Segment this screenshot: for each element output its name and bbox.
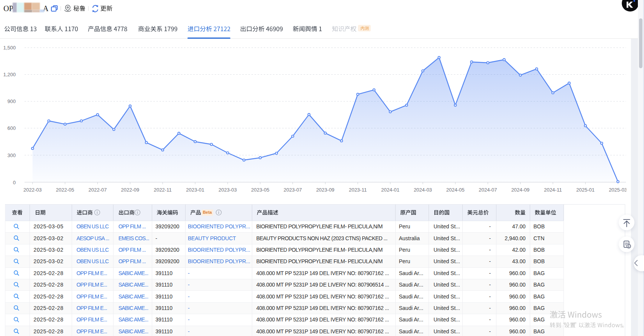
svg-text:2023-03: 2023-03	[219, 187, 237, 193]
svg-text:2024-07: 2024-07	[479, 187, 497, 193]
svg-text:2023-07: 2023-07	[284, 187, 302, 193]
svg-text:600: 600	[7, 125, 16, 131]
svg-text:1,500: 1,500	[3, 45, 16, 51]
svg-text:2022-05: 2022-05	[56, 187, 74, 193]
svg-text:2023-09: 2023-09	[316, 187, 335, 193]
svg-text:2022-09: 2022-09	[121, 187, 140, 193]
svg-text:2023-11: 2023-11	[349, 187, 367, 193]
svg-text:2024-01: 2024-01	[381, 187, 399, 193]
svg-text:300: 300	[7, 152, 16, 158]
svg-text:2022-03: 2022-03	[23, 187, 42, 193]
svg-text:2023-01: 2023-01	[186, 187, 204, 193]
svg-text:1,200: 1,200	[3, 72, 16, 77]
svg-text:2025-03: 2025-03	[609, 187, 626, 193]
svg-text:2024-05: 2024-05	[446, 187, 465, 193]
svg-text:2023-05: 2023-05	[251, 187, 269, 193]
svg-text:2022-11: 2022-11	[154, 187, 172, 193]
svg-text:2024-03: 2024-03	[414, 187, 432, 193]
svg-text:900: 900	[7, 98, 16, 104]
svg-text:2024-11: 2024-11	[544, 187, 562, 193]
svg-text:2025-01: 2025-01	[576, 187, 595, 193]
svg-text:0: 0	[13, 180, 16, 185]
svg-text:2024-09: 2024-09	[511, 187, 530, 193]
svg-text:2022-07: 2022-07	[89, 187, 107, 193]
